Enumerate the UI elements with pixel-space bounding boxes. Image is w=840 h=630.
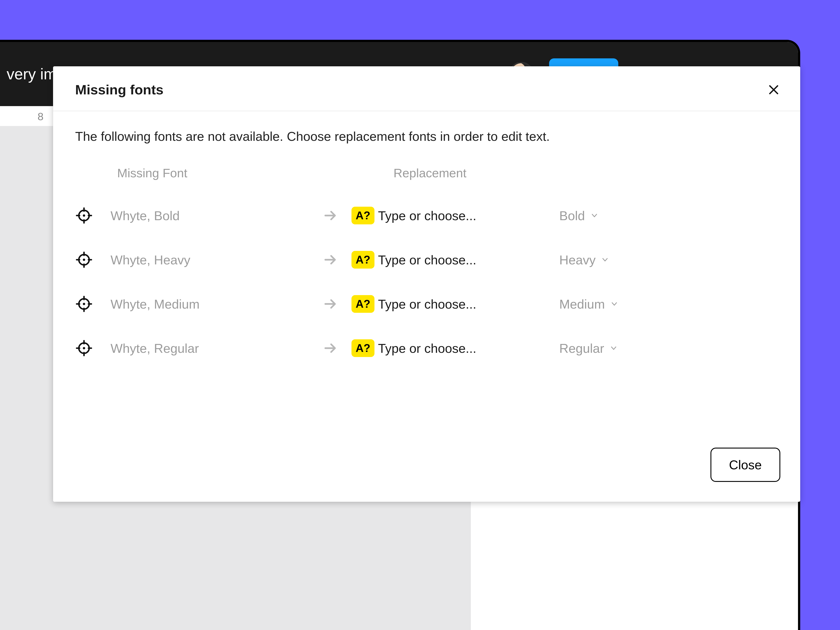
table-row: Whyte, Medium A? Type or choose... Mediu…	[75, 282, 778, 326]
table-row: Whyte, Heavy A? Type or choose... Heavy	[75, 238, 778, 282]
weight-value: Medium	[559, 297, 605, 311]
missing-font-name: Whyte, Medium	[111, 297, 323, 311]
chevron-down-icon	[591, 212, 598, 219]
table-header: Missing Font Replacement	[75, 166, 778, 180]
replacement-font-input[interactable]: Type or choose...	[378, 297, 559, 311]
svg-point-7	[83, 347, 85, 349]
missing-font-name: Whyte, Heavy	[111, 253, 323, 267]
missing-font-badge-icon: A?	[352, 207, 374, 224]
missing-font-badge-icon: A?	[352, 339, 374, 357]
column-missing: Missing Font	[117, 166, 365, 180]
replacement-font-input[interactable]: Type or choose...	[378, 208, 559, 223]
arrow-right-icon	[323, 252, 338, 267]
close-button[interactable]: Close	[711, 448, 780, 482]
missing-fonts-dialog: Missing fonts The following fonts are no…	[53, 66, 800, 502]
dialog-body: The following fonts are not available. C…	[53, 111, 800, 448]
target-icon[interactable]	[75, 207, 93, 224]
svg-point-5	[83, 303, 85, 305]
column-replacement: Replacement	[393, 166, 601, 180]
table-row: Whyte, Regular A? Type or choose... Regu…	[75, 326, 778, 370]
missing-font-badge-icon: A?	[352, 251, 374, 268]
weight-select[interactable]: Regular	[559, 341, 778, 356]
missing-font-badge-icon: A?	[352, 295, 374, 313]
svg-point-3	[83, 259, 85, 261]
chevron-down-icon	[601, 256, 609, 264]
missing-font-name: Whyte, Regular	[111, 341, 323, 356]
target-icon[interactable]	[75, 251, 93, 268]
weight-select[interactable]: Heavy	[559, 253, 778, 267]
weight-select[interactable]: Medium	[559, 297, 778, 311]
chevron-down-icon	[610, 344, 617, 352]
font-table: Missing Font Replacement Whyte, Bold A? …	[75, 166, 778, 370]
missing-font-name: Whyte, Bold	[111, 208, 323, 223]
arrow-right-icon	[323, 340, 338, 356]
weight-value: Regular	[559, 341, 604, 356]
arrow-right-icon	[323, 208, 338, 223]
weight-select[interactable]: Bold	[559, 208, 778, 223]
svg-point-1	[83, 215, 85, 217]
frame-label: 8	[38, 111, 44, 123]
dialog-title: Missing fonts	[75, 82, 164, 98]
replacement-font-input[interactable]: Type or choose...	[378, 341, 559, 356]
close-icon[interactable]	[767, 83, 780, 96]
target-icon[interactable]	[75, 295, 93, 313]
dialog-header: Missing fonts	[53, 66, 800, 111]
dialog-description: The following fonts are not available. C…	[75, 129, 778, 144]
arrow-right-icon	[323, 296, 338, 312]
weight-value: Heavy	[559, 253, 595, 267]
target-icon[interactable]	[75, 339, 93, 357]
replacement-font-input[interactable]: Type or choose...	[378, 253, 559, 267]
weight-value: Bold	[559, 208, 585, 223]
chevron-down-icon	[611, 300, 618, 308]
table-row: Whyte, Bold A? Type or choose... Bold	[75, 193, 778, 238]
dialog-footer: Close	[53, 448, 800, 502]
